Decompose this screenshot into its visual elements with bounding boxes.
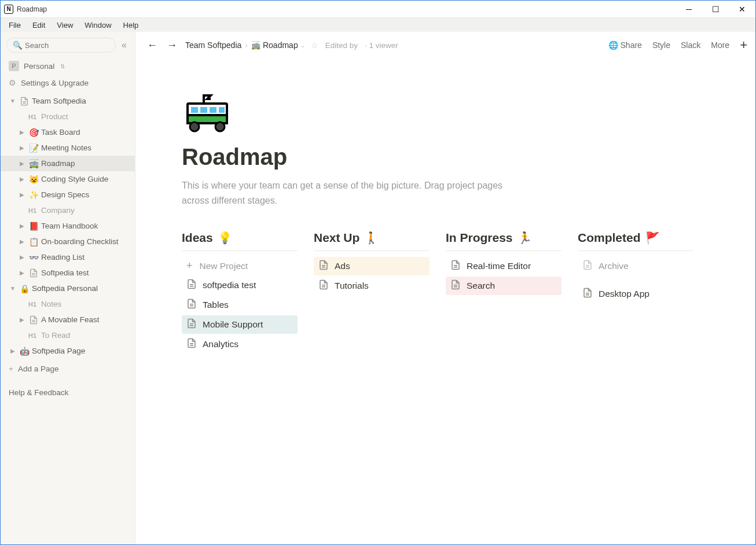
menu-help[interactable]: Help xyxy=(118,20,145,31)
minimize-button[interactable]: ─ xyxy=(676,1,702,18)
column-title: Ideas xyxy=(182,231,213,245)
chevron-down-icon: ⌄ xyxy=(300,42,305,49)
sidebar-item-softpedia-page[interactable]: ▶🤖Softpedia Page xyxy=(1,343,135,359)
board-column-in-progress: In Progress🏃Real-time EditorSearch xyxy=(446,231,562,355)
board-card[interactable]: Search xyxy=(446,277,562,295)
sidebar-item-company[interactable]: H1Company xyxy=(1,202,135,218)
board-card[interactable]: Analytics xyxy=(182,335,298,353)
breadcrumb: Team Softpedia › 🚎 Roadmap ⌄ ☆ Edited by… xyxy=(185,40,398,50)
sidebar-item-coding-style-guide[interactable]: ▶😺Coding Style Guide xyxy=(1,171,135,187)
board-card[interactable]: softpedia test xyxy=(182,276,298,294)
sidebar-item-softpedia-test[interactable]: ▶Softpedia test xyxy=(1,265,135,281)
search-input[interactable] xyxy=(25,41,109,50)
page-cover-icon[interactable] xyxy=(182,87,755,141)
nav-forward-button[interactable]: → xyxy=(163,37,181,54)
board-column-next-up: Next Up🚶AdsTutorials xyxy=(314,231,430,355)
menu-window[interactable]: Window xyxy=(79,20,117,31)
column-emoji-icon: 🚩 xyxy=(645,231,660,245)
add-page-button[interactable]: + Add a Page xyxy=(1,361,135,377)
svg-rect-11 xyxy=(219,107,225,113)
document-icon xyxy=(186,279,197,292)
menu-edit[interactable]: Edit xyxy=(27,20,51,31)
new-project-button[interactable]: +New Project xyxy=(182,257,298,275)
column-title: In Progress xyxy=(446,231,513,245)
menu-file[interactable]: File xyxy=(3,20,27,31)
settings-label: Settings & Upgrade xyxy=(21,79,89,87)
document-icon xyxy=(582,260,593,272)
card-label: Real-time Editor xyxy=(467,261,531,271)
slack-button[interactable]: Slack xyxy=(681,40,700,50)
workspace-switcher[interactable]: P Personal ⇅ xyxy=(1,57,135,75)
sidebar-item-product[interactable]: H1Product xyxy=(1,109,135,124)
sidebar-item-on-boarding-checklist[interactable]: ▶📋On-boarding Checklist xyxy=(1,234,135,249)
tree-item-label: Design Specs xyxy=(41,190,89,199)
breadcrumb-item-1[interactable]: 🚎 Roadmap ⌄ xyxy=(251,40,305,50)
sidebar-item-notes[interactable]: H1Notes xyxy=(1,296,135,312)
breadcrumb-item-0[interactable]: Team Softpedia xyxy=(185,40,241,50)
document-icon xyxy=(19,97,30,106)
style-button[interactable]: Style xyxy=(652,40,670,50)
search-icon: 🔍 xyxy=(13,40,23,50)
tree-item-label: Team Softpedia xyxy=(32,97,86,105)
main-area: ← → Team Softpedia › 🚎 Roadmap ⌄ ☆ Edite… xyxy=(135,32,755,544)
column-header[interactable]: In Progress🏃 xyxy=(446,231,562,251)
board-card[interactable]: Real-time Editor xyxy=(446,257,562,275)
sidebar-item-design-specs[interactable]: ▶✨Design Specs xyxy=(1,187,135,202)
sidebar-item-reading-list[interactable]: ▶👓Reading List xyxy=(1,249,135,265)
tree-item-label: Company xyxy=(41,206,75,215)
expand-icon: ▶ xyxy=(9,348,17,354)
sidebar-item-team-softpedia[interactable]: ▼Team Softpedia xyxy=(1,93,135,109)
menubar: File Edit View Window Help xyxy=(1,18,755,32)
plus-icon: + xyxy=(9,364,13,373)
document-icon xyxy=(318,279,329,292)
share-label: Share xyxy=(621,40,642,50)
sidebar-item-team-handbook[interactable]: ▶📕Team Handbook xyxy=(1,218,135,234)
board-card[interactable]: Archive xyxy=(578,257,693,275)
favorite-star-icon[interactable]: ☆ xyxy=(311,40,318,50)
new-project-label: New Project xyxy=(200,261,248,271)
sidebar-item-roadmap[interactable]: ▶🚎Roadmap xyxy=(1,156,135,171)
settings-upgrade[interactable]: ⚙ Settings & Upgrade xyxy=(1,75,135,91)
sidebar-item-to-read[interactable]: H1To Read xyxy=(1,327,135,343)
emoji-icon: 🤖 xyxy=(19,347,30,356)
page-title[interactable]: Roadmap xyxy=(182,144,755,170)
collapse-sidebar-button[interactable]: « xyxy=(119,38,129,53)
board-card[interactable]: Tutorials xyxy=(314,277,430,295)
board-card[interactable]: Mobile Support xyxy=(182,315,298,334)
menu-view[interactable]: View xyxy=(51,20,79,31)
document-icon xyxy=(318,260,329,272)
sidebar-item-meeting-notes[interactable]: ▶📝Meeting Notes xyxy=(1,140,135,156)
help-feedback[interactable]: Help & Feedback xyxy=(1,381,135,404)
expand-icon: ▶ xyxy=(18,223,26,229)
board-card[interactable]: Desktop App xyxy=(578,285,693,303)
column-header[interactable]: Completed🚩 xyxy=(578,231,693,251)
sidebar-item-task-board[interactable]: ▶🎯Task Board xyxy=(1,124,135,140)
expand-icon: ▶ xyxy=(18,238,26,245)
heading-icon: H1 xyxy=(28,332,36,339)
sidebar-item-softpedia-personal[interactable]: ▼🔒Softpedia Personal xyxy=(1,281,135,296)
expand-icon: ▶ xyxy=(18,160,26,167)
new-page-button[interactable]: + xyxy=(740,38,747,53)
column-header[interactable]: Next Up🚶 xyxy=(314,231,430,251)
card-label: Analytics xyxy=(203,339,238,349)
search-box[interactable]: 🔍 xyxy=(6,38,116,53)
sidebar-item-a-movable-feast[interactable]: ▶A Movable Feast xyxy=(1,312,135,327)
more-button[interactable]: More xyxy=(711,40,729,50)
board-column-ideas: Ideas💡+New Projectsoftpedia testTablesMo… xyxy=(182,231,298,355)
breadcrumb-separator: › xyxy=(245,40,248,50)
tree-item-label: On-boarding Checklist xyxy=(41,237,119,246)
board-card[interactable]: Ads xyxy=(314,257,430,275)
page-description[interactable]: This is where your team can get a sense … xyxy=(182,178,529,208)
emoji-icon: 👓 xyxy=(28,253,39,262)
maximize-button[interactable]: ☐ xyxy=(702,1,729,18)
board-card[interactable]: Tables xyxy=(182,296,298,314)
close-button[interactable]: ✕ xyxy=(729,1,755,18)
add-page-label: Add a Page xyxy=(18,364,59,373)
content-scroll[interactable]: Roadmap This is where your team can get … xyxy=(135,58,755,544)
share-button[interactable]: 🌐 Share xyxy=(608,40,642,50)
column-emoji-icon: 💡 xyxy=(218,231,232,245)
nav-back-button[interactable]: ← xyxy=(144,37,161,54)
column-header[interactable]: Ideas💡 xyxy=(182,231,298,251)
expand-icon: ▶ xyxy=(18,129,26,135)
document-icon xyxy=(28,268,39,278)
